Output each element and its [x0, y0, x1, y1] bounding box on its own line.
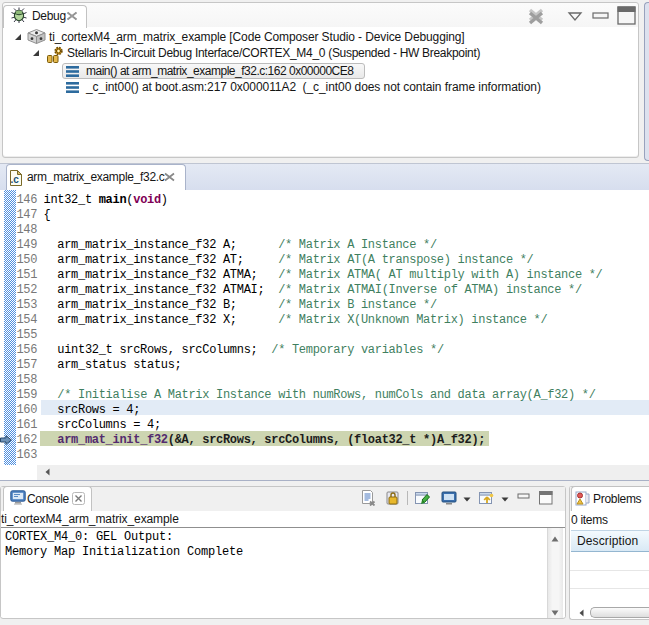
svg-text:.c: .c	[11, 174, 20, 185]
